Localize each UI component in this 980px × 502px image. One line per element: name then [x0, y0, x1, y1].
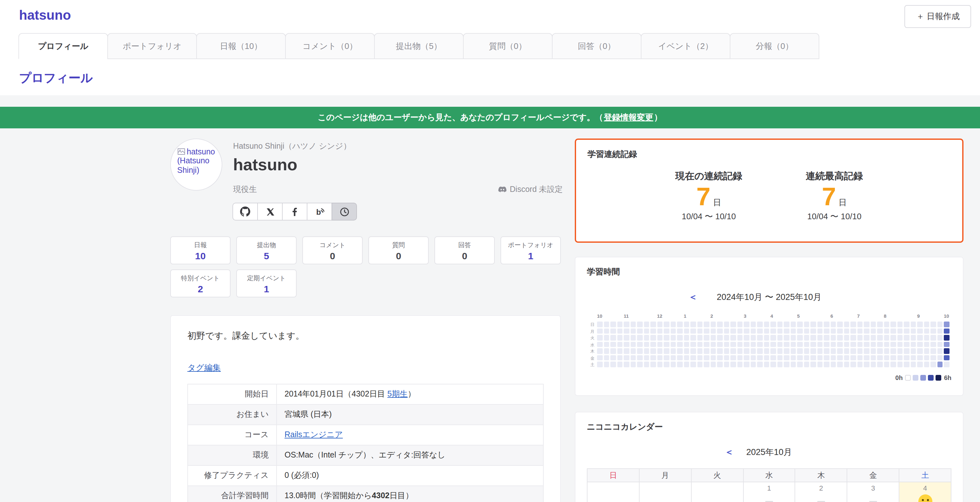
heatmap-month-label: 12 [657, 313, 662, 319]
heatmap-cell [877, 322, 883, 327]
heatmap-cell [697, 355, 702, 360]
stat-value: 1 [501, 250, 560, 261]
heatmap-cell [750, 355, 756, 360]
heatmap-cell [891, 341, 896, 347]
heatmap-cell [604, 348, 609, 354]
bio-text: 初野です。課金しています。 [187, 330, 544, 342]
tab-products[interactable]: 提出物（5） [374, 33, 464, 59]
heatmap-cell [857, 355, 862, 360]
study-heatmap: 10111212345678910 日月火水木金土 [587, 313, 951, 369]
detail-row-0: 開始日2014年01月01日（4302日目 5期生） [188, 384, 543, 404]
detail-link[interactable]: 5期生 [387, 389, 408, 398]
detail-link[interactable]: Railsエンジニア [285, 430, 343, 439]
tab-comments[interactable]: コメント（0） [285, 33, 375, 59]
tab-questions[interactable]: 質問（0） [463, 33, 552, 59]
tab-profile[interactable]: プロフィール [18, 33, 108, 59]
stat-label: ポートフォリオ [501, 241, 560, 250]
heatmap-cell [710, 355, 716, 360]
tab-times[interactable]: 分報（0） [730, 33, 819, 59]
heatmap-cell [637, 348, 643, 354]
registration-change-link[interactable]: 登録情報変更 [604, 112, 653, 123]
heatmap-cell [757, 328, 762, 334]
heatmap-month-label: 3 [744, 313, 746, 319]
heatmap-cell [637, 322, 643, 327]
tab-answers[interactable]: 回答（0） [552, 33, 641, 59]
heatmap-cell [824, 341, 829, 347]
heatmap-cell [784, 362, 789, 367]
niconico-prev-button[interactable]: ＜ [725, 447, 733, 458]
heatmap-cell [857, 362, 862, 367]
heatmap-cell [810, 348, 816, 354]
x-link-button[interactable] [257, 203, 283, 220]
heatmap-cell [904, 335, 909, 340]
heatmap-cell [651, 348, 656, 354]
heatmap-cell [690, 335, 696, 340]
role-row: 現役生 Discord 未設定 [233, 184, 563, 195]
heatmap-cell [617, 335, 622, 340]
heatmap-month-label: 10 [944, 313, 949, 319]
clock-link-button[interactable] [331, 203, 357, 220]
heatmap-cell [797, 328, 802, 334]
heatmap-cell [837, 362, 843, 367]
heatmap-month-label: 1 [684, 313, 686, 319]
heatmap-cell [837, 322, 843, 327]
legend-swatch [921, 375, 926, 381]
heatmap-cell [877, 362, 883, 367]
heatmap-cell [750, 335, 756, 340]
heatmap-cell [770, 362, 776, 367]
heatmap-cell [624, 328, 629, 334]
heatmap-cell [897, 362, 902, 367]
heatmap-cell [904, 355, 909, 360]
heatmap-cell [770, 322, 776, 327]
github-link-button[interactable] [232, 203, 258, 220]
streak-card: 学習連続記録 現在の連続記録 7 日 10/04 〜 10/10 連続最高記録 … [575, 139, 964, 243]
heatmap-cell [697, 335, 702, 340]
heatmap-cell [744, 328, 749, 334]
user-name: hatsuno [233, 155, 563, 175]
tab-events[interactable]: イベント（2） [641, 33, 730, 59]
stat-answers[interactable]: 回答0 [434, 236, 495, 265]
heatmap-cell [884, 328, 889, 334]
detail-value: 2014年01月01日（4302日目 5期生） [277, 384, 543, 404]
heatmap-cell [804, 362, 809, 367]
app-logo[interactable]: hatsuno [19, 8, 71, 23]
stat-comments[interactable]: コメント0 [302, 236, 363, 265]
blog-link-button[interactable]: b [307, 203, 332, 220]
create-report-button[interactable]: ＋ 日報作成 [905, 5, 971, 28]
heatmap-cell [864, 362, 869, 367]
tag-edit-link[interactable]: タグ編集 [187, 362, 221, 374]
stat-products[interactable]: 提出物5 [236, 236, 297, 265]
heatmap-cell [844, 322, 849, 327]
heatmap-month-labels: 10111212345678910 [597, 313, 951, 320]
heatmap-cell [924, 322, 929, 327]
heatmap-cell [830, 348, 836, 354]
heatmap-cell [750, 348, 756, 354]
stat-questions[interactable]: 質問0 [368, 236, 429, 265]
heatmap-cell [697, 362, 702, 367]
heatmap-cell [904, 362, 909, 367]
heatmap-cell [797, 341, 802, 347]
heatmap-cell [617, 322, 622, 327]
tab-reports[interactable]: 日報（10） [196, 33, 286, 59]
heatmap-cell [651, 322, 656, 327]
facebook-link-button[interactable] [282, 203, 307, 220]
tab-portfolio[interactable]: ポートフォリオ [107, 33, 197, 59]
heatmap-cell [737, 348, 743, 354]
heatmap-cell [604, 328, 609, 334]
detail-text: 4302 [372, 491, 390, 500]
stat-special-events[interactable]: 特別イベント2 [170, 269, 231, 297]
study-prev-button[interactable]: ＜ [689, 292, 697, 303]
stat-reports[interactable]: 日報10 [170, 236, 231, 265]
heatmap-cell [810, 362, 816, 367]
stat-portfolio[interactable]: ポートフォリオ1 [501, 236, 561, 265]
heatmap-cell [710, 341, 716, 347]
stat-regular-events[interactable]: 定期イベント1 [236, 269, 297, 297]
study-range-label: 2024年10月 〜 2025年10月 [717, 292, 821, 302]
best-streak-unit: 日 [839, 197, 847, 209]
heatmap-cell [597, 348, 602, 354]
heatmap-cell [870, 362, 876, 367]
heatmap-cell [924, 355, 929, 360]
user-identity: Hatsuno Shinji（ハツノ シンジ） hatsuno 現役生 Disc… [233, 141, 563, 220]
weekday-header: 月 [640, 469, 692, 482]
blog-icon: b [315, 207, 324, 217]
